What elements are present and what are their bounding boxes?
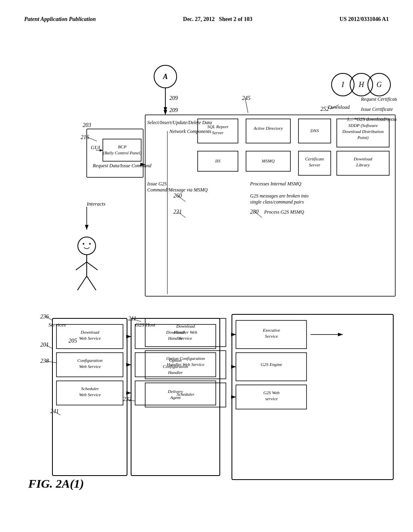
svg-text:Server: Server bbox=[309, 162, 321, 167]
page-header: Patent Application Publication Dec. 27, … bbox=[24, 16, 389, 23]
header-patent-number: US 2012/0331046 A1 bbox=[340, 16, 389, 23]
svg-text:Request Certificate: Request Certificate bbox=[361, 96, 397, 102]
svg-text:Network Components: Network Components bbox=[169, 129, 211, 134]
svg-text:Web Service: Web Service bbox=[79, 364, 101, 369]
svg-text:Configuration: Configuration bbox=[77, 358, 103, 363]
svg-text:single class/command pairs: single class/command pairs bbox=[250, 199, 304, 205]
svg-text:Processes Internal MSMQ: Processes Internal MSMQ bbox=[250, 181, 301, 187]
svg-text:G: G bbox=[377, 81, 382, 89]
svg-text:G2S Engine: G2S Engine bbox=[261, 362, 282, 367]
svg-rect-28 bbox=[246, 119, 290, 143]
svg-text:Certificate: Certificate bbox=[305, 156, 324, 161]
svg-rect-85 bbox=[52, 318, 127, 476]
svg-line-56 bbox=[255, 212, 262, 218]
svg-text:Handler: Handler bbox=[168, 370, 183, 375]
svg-text:Service: Service bbox=[265, 334, 278, 339]
svg-text:Download: Download bbox=[176, 324, 195, 328]
svg-rect-124 bbox=[232, 314, 393, 480]
svg-rect-128 bbox=[236, 353, 307, 381]
svg-text:I: I bbox=[341, 81, 344, 89]
svg-line-76 bbox=[87, 276, 96, 290]
svg-text:SDDP (Software: SDDP (Software bbox=[348, 123, 378, 128]
svg-text:Active Directory: Active Directory bbox=[253, 126, 283, 131]
svg-text:SQL Report: SQL Report bbox=[207, 124, 229, 129]
svg-text:Scheduler: Scheduler bbox=[177, 392, 195, 397]
svg-text:Executive: Executive bbox=[263, 328, 280, 332]
svg-text:209: 209 bbox=[169, 107, 178, 113]
svg-text:Service: Service bbox=[179, 336, 192, 341]
svg-text:IIS: IIS bbox=[215, 158, 221, 163]
svg-text:Download: Download bbox=[327, 104, 350, 110]
svg-text:G2S messages are broken into: G2S messages are broken into bbox=[250, 193, 309, 199]
svg-point-77 bbox=[83, 243, 84, 245]
svg-text:Option Configuration: Option Configuration bbox=[166, 356, 205, 361]
svg-text:260: 260 bbox=[173, 193, 182, 199]
svg-text:Web Service: Web Service bbox=[79, 392, 101, 397]
svg-text:236: 236 bbox=[40, 314, 49, 320]
svg-text:Select/Insert/Update/Delete Da: Select/Insert/Update/Delete Data bbox=[147, 120, 212, 125]
svg-text:Interacts: Interacts bbox=[86, 201, 105, 207]
svg-point-71 bbox=[78, 237, 96, 255]
svg-rect-21 bbox=[145, 115, 395, 296]
svg-text:FIG. 2A(1): FIG. 2A(1) bbox=[28, 477, 84, 490]
svg-text:H: H bbox=[359, 81, 365, 89]
svg-text:Command/Message via MSMQ: Command/Message via MSMQ bbox=[147, 187, 208, 193]
svg-point-78 bbox=[89, 243, 91, 245]
svg-text:232: 232 bbox=[123, 396, 131, 402]
svg-text:Issue Certificate: Issue Certificate bbox=[361, 106, 393, 112]
svg-text:DNS: DNS bbox=[310, 128, 319, 133]
svg-text:Process G2S MSMQ: Process G2S MSMQ bbox=[264, 209, 304, 215]
diagram-area: A I H G 252 Download Request Certificate… bbox=[16, 52, 397, 508]
svg-text:Handler Web: Handler Web bbox=[173, 330, 197, 335]
svg-text:Server: Server bbox=[212, 130, 224, 135]
svg-line-74 bbox=[87, 262, 98, 270]
header-date-sheet: Dec. 27, 2012 Sheet 2 of 103 bbox=[183, 16, 252, 23]
header-publication: Patent Application Publication bbox=[24, 16, 96, 23]
svg-text:245: 245 bbox=[242, 95, 250, 101]
svg-text:BCP: BCP bbox=[118, 144, 127, 149]
svg-text:Scheduler: Scheduler bbox=[81, 386, 99, 391]
svg-text:(Bally Control Panel): (Bally Control Panel) bbox=[103, 150, 142, 156]
svg-text:203: 203 bbox=[83, 122, 91, 128]
svg-line-75 bbox=[77, 276, 87, 290]
svg-text:Issue G2S: Issue G2S bbox=[147, 181, 167, 187]
patent-diagram: A I H G 252 Download Request Certificate… bbox=[16, 52, 397, 508]
svg-text:209: 209 bbox=[169, 95, 178, 101]
svg-text:238: 238 bbox=[40, 358, 49, 364]
svg-text:Download: Download bbox=[353, 156, 372, 161]
svg-line-73 bbox=[76, 262, 87, 270]
svg-text:Request Data/Issue Command: Request Data/Issue Command bbox=[92, 163, 152, 168]
svg-text:MSMQ: MSMQ bbox=[261, 158, 275, 163]
svg-text:Point): Point) bbox=[357, 135, 369, 140]
svg-text:216: 216 bbox=[81, 134, 89, 140]
svg-text:service: service bbox=[265, 396, 277, 401]
svg-text:G2S Web: G2S Web bbox=[263, 390, 280, 395]
svg-text:A: A bbox=[163, 73, 168, 81]
svg-text:Web Service: Web Service bbox=[79, 336, 101, 341]
svg-text:Download: Download bbox=[80, 330, 99, 335]
svg-text:GUI: GUI bbox=[91, 144, 100, 150]
page: Patent Application Publication Dec. 27, … bbox=[0, 0, 413, 532]
svg-text:Handler Web Service: Handler Web Service bbox=[166, 362, 204, 367]
svg-text:205: 205 bbox=[69, 338, 77, 344]
svg-text:201: 201 bbox=[40, 342, 49, 348]
svg-text:Download Distribution: Download Distribution bbox=[342, 129, 384, 134]
svg-text:Library: Library bbox=[356, 162, 370, 167]
